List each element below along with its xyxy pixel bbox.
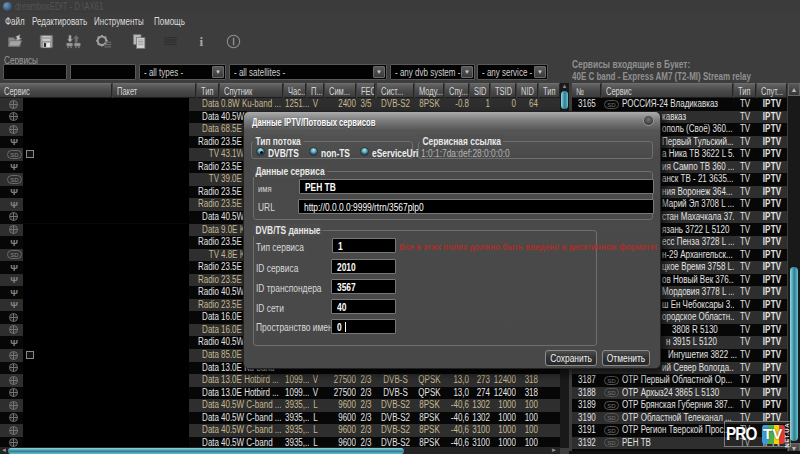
svg-text:i: i [199,34,203,49]
